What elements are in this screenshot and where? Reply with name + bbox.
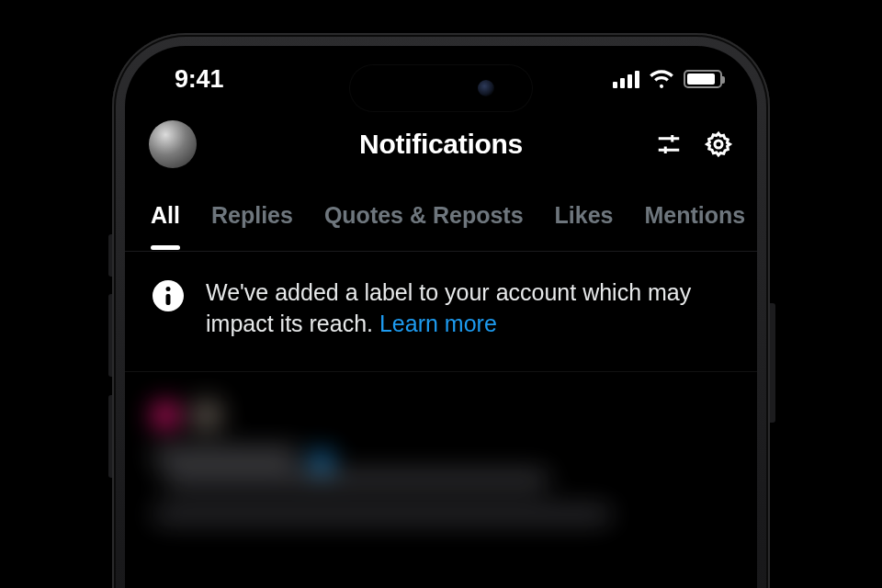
battery-icon [684, 70, 722, 88]
verified-badge-icon [312, 452, 331, 470]
status-right [613, 69, 722, 89]
blurred-text [164, 470, 549, 489]
stage: 9:41 Notifications [0, 0, 882, 588]
cellular-icon [613, 70, 639, 88]
info-icon [153, 280, 184, 311]
phone-frame: 9:41 Notifications [112, 33, 770, 588]
dynamic-island [349, 64, 533, 112]
notice-text-wrap: We've added a label to your account whic… [206, 277, 729, 340]
tabs: All Replies Quotes & Reposts Likes Menti… [125, 176, 757, 252]
wifi-icon [649, 69, 674, 89]
like-icon [153, 402, 178, 428]
tab-all[interactable]: All [151, 202, 180, 249]
blurred-text [153, 447, 300, 466]
app-header: Notifications [125, 112, 757, 176]
learn-more-link[interactable]: Learn more [379, 311, 497, 336]
tab-replies[interactable]: Replies [211, 202, 293, 249]
page-title: Notifications [125, 129, 757, 160]
account-label-notice: We've added a label to your account whic… [125, 252, 757, 372]
camera-dot [478, 80, 494, 96]
blurred-text [153, 505, 612, 524]
status-time: 9:41 [175, 65, 223, 94]
blurred-avatar [191, 400, 222, 431]
phone-side-button [770, 303, 775, 423]
blurred-notification [125, 372, 757, 552]
tab-quotes-reposts[interactable]: Quotes & Reposts [324, 202, 524, 249]
tab-mentions[interactable]: Mentions [645, 202, 746, 249]
tab-likes[interactable]: Likes [555, 202, 614, 249]
phone-screen: 9:41 Notifications [125, 46, 757, 588]
